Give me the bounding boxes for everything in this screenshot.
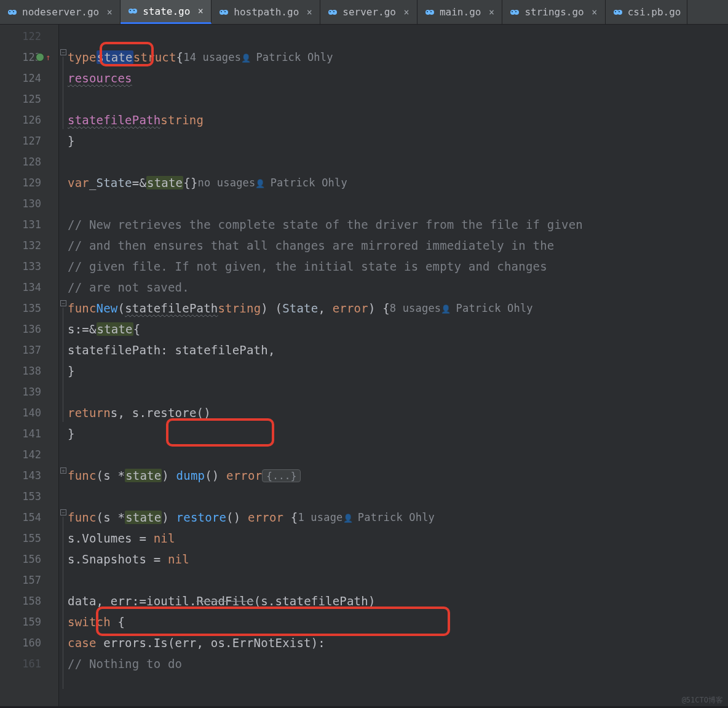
vcs-mark-icon[interactable] [36,53,44,62]
tab-hostpath[interactable]: hostpath.go × [212,0,320,24]
line-number: 133 [0,256,58,277]
fold-toggle-icon[interactable]: − [60,49,66,55]
tab-label: state.go [143,6,190,17]
code-line: type state struct { 14 usages Patrick Oh… [68,47,728,68]
code-line: switch { [68,611,728,632]
svg-point-27 [619,11,620,12]
folded-region-icon[interactable]: {...} [262,469,301,482]
line-number: 132 [0,235,58,256]
line-number: 157 [0,570,58,591]
tab-label: server.go [342,6,396,18]
line-number: 126 [0,109,58,130]
svg-point-21 [514,10,519,15]
code-content[interactable]: type state struct { 14 usages Patrick Oh… [68,25,728,708]
svg-point-23 [515,11,516,12]
svg-point-1 [12,10,17,15]
tab-label: strings.go [524,6,584,18]
code-line: // Nothing to do [68,653,728,674]
line-number: 153 [0,486,58,507]
line-number: 128 [0,151,58,172]
line-number: 129 [0,172,58,193]
tab-label: nodeserver.go [22,6,99,18]
editor-area[interactable]: 122 ↑ 123 124 125 126 127 128 129 130 13… [0,25,728,708]
line-number: 140 [0,402,58,423]
line-number: 122 [0,26,58,47]
code-line: statefilePath string [68,109,728,130]
go-file-icon [328,7,338,17]
tab-strings[interactable]: strings.go × [502,0,605,24]
svg-point-3 [13,11,14,12]
fold-toggle-icon[interactable]: − [60,509,66,515]
tab-label: hostpath.go [234,6,299,18]
code-line: // are not saved. [68,277,728,298]
svg-point-14 [330,11,331,12]
code-line: data, err := ioutil.ReadFile(s.statefile… [68,591,728,611]
svg-point-19 [430,11,432,12]
svg-point-11 [224,11,226,12]
line-number: 125 [0,89,58,109]
go-file-icon [613,7,623,17]
line-number: 136 [0,319,58,340]
close-icon[interactable]: × [305,7,314,18]
tab-csi-pb[interactable]: csi.pb.go [606,0,688,24]
line-number: 161 [0,653,58,674]
svg-point-15 [333,11,334,12]
tab-main[interactable]: main.go × [417,0,502,24]
code-line: func (s *state) dump() error {...} [68,465,728,486]
tab-nodeserver[interactable]: nodeserver.go × [0,0,121,24]
close-icon[interactable]: × [590,7,599,18]
line-number: 138 [0,360,58,381]
line-number: 124 [0,68,58,89]
code-line: resources [68,68,728,89]
code-line: var _ State = &state{} no usages Patrick… [68,172,728,193]
line-number: 131 [0,214,58,235]
svg-point-6 [130,10,131,11]
svg-point-9 [223,10,228,15]
line-number: 130 [0,193,58,214]
code-line: // given file. If not given, the initial… [68,256,728,277]
line-number: ↑ 123 [0,47,58,68]
fold-toggle-icon[interactable]: + [60,467,66,474]
go-file-icon [128,6,138,16]
code-line: } [68,130,728,151]
code-line: return s, s.restore() [68,402,728,423]
fold-toggle-icon[interactable]: − [60,300,66,306]
svg-point-2 [9,11,10,12]
code-line: // and then ensures that all changes are… [68,235,728,256]
arrow-up-icon: ↑ [46,52,50,62]
close-icon[interactable]: × [105,7,114,18]
close-icon[interactable]: × [196,6,205,17]
line-number: 134 [0,277,58,298]
svg-point-18 [427,11,428,12]
code-line: s.Volumes = nil [68,528,728,549]
line-number: 141 [0,423,58,444]
code-line: func New(statefilePath string) (State, e… [68,298,728,319]
tab-state[interactable]: state.go × [121,0,212,24]
line-number: 154 [0,507,58,528]
code-line: case errors.Is(err, os.ErrNotExist): [68,632,728,653]
fold-column: − − + − [59,25,68,708]
svg-point-10 [221,11,222,12]
line-number: 156 [0,549,58,570]
code-line: } [68,360,728,381]
line-number: 137 [0,340,58,360]
svg-point-7 [133,10,135,11]
close-icon[interactable]: × [402,7,411,18]
code-line: // New retrieves the complete state of t… [68,214,728,235]
code-line: func (s *state) restore() error { 1 usag… [68,507,728,528]
svg-point-26 [615,11,616,12]
tab-server[interactable]: server.go × [320,0,417,24]
go-file-icon [510,7,520,17]
watermark: @51CTO博客 [682,695,723,706]
code-line: s.Snapshots = nil [68,549,728,570]
line-number: 158 [0,591,58,611]
line-number: 142 [0,444,58,465]
close-icon[interactable]: × [487,7,496,18]
svg-point-25 [617,10,622,15]
svg-point-5 [132,9,137,14]
tab-label: main.go [440,6,481,18]
line-number: 139 [0,381,58,402]
svg-point-22 [512,11,513,12]
tab-label: csi.pb.go [628,6,681,18]
svg-point-13 [332,10,337,15]
